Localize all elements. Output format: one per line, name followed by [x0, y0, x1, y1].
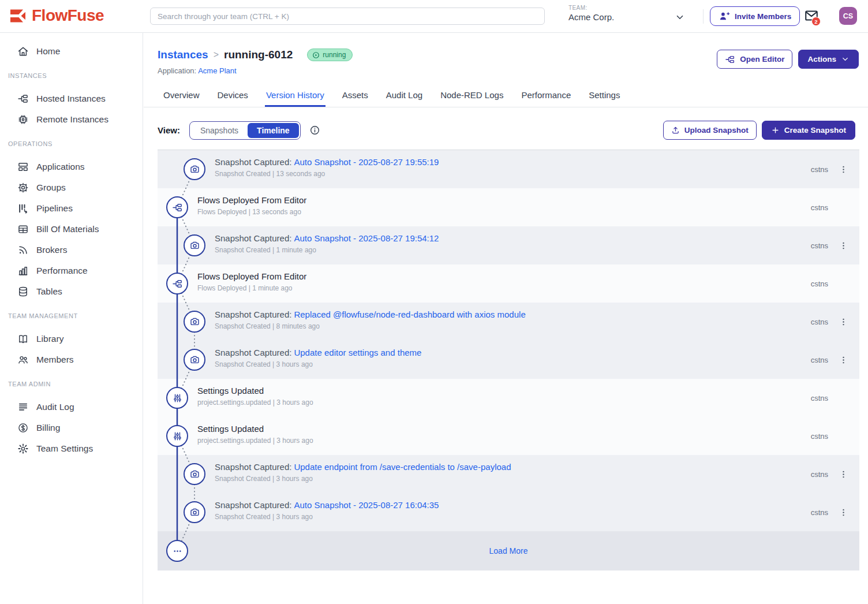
sidebar-item-label: Team Settings	[36, 443, 93, 454]
flowfuse-logo[interactable]: FlowFuse	[9, 6, 104, 25]
timeline-list: Snapshot Captured:Auto Snapshot - 2025-0…	[158, 150, 859, 571]
tab-audit-log[interactable]: Audit Log	[385, 85, 424, 107]
brokers-icon	[17, 244, 29, 256]
camera-icon	[184, 158, 205, 180]
event-title: Settings Updated	[197, 424, 859, 434]
sidebar-item-remote-instances[interactable]: Remote Instances	[0, 109, 143, 130]
load-more-row: Load More	[158, 531, 859, 571]
event-meta: Snapshot Created | 3 hours ago	[215, 475, 859, 483]
snapshot-link[interactable]: Auto Snapshot - 2025-08-27 16:04:35	[294, 500, 439, 510]
sidebar-item-billing[interactable]: Billing	[0, 417, 143, 438]
sidebar-item-audit-log[interactable]: Audit Log	[0, 397, 143, 417]
snapshot-link[interactable]: Auto Snapshot - 2025-08-27 19:55:19	[294, 157, 439, 167]
tab-assets[interactable]: Assets	[341, 85, 369, 107]
event-meta: project.settings.updated | 3 hours ago	[197, 398, 859, 407]
sidebar-item-applications[interactable]: Applications	[0, 156, 143, 177]
timeline-event-row: Flows Deployed From EditorFlows Deployed…	[158, 264, 859, 303]
apps-icon	[17, 161, 29, 173]
application-link[interactable]: Acme Plant	[198, 66, 236, 75]
timeline-event-row: Snapshot Captured:Auto Snapshot - 2025-0…	[158, 150, 859, 188]
camera-icon	[184, 501, 205, 523]
chevron-down-icon	[675, 12, 685, 23]
snapshot-link[interactable]: Replaced @flowfuse/node-red-dashboard wi…	[294, 310, 525, 319]
upload-snapshot-label: Upload Snapshot	[684, 126, 749, 135]
view-label: View:	[158, 125, 180, 135]
sidebar-item-members[interactable]: Members	[0, 349, 143, 370]
create-snapshot-button[interactable]: Create Snapshot	[762, 121, 855, 140]
view-toggle-timeline[interactable]: Timeline	[248, 123, 299, 138]
library-icon	[17, 333, 29, 345]
ellipsis-icon	[166, 540, 188, 562]
tab-performance[interactable]: Performance	[520, 85, 572, 107]
breadcrumb-instances-link[interactable]: Instances	[158, 49, 208, 61]
event-title: Settings Updated	[197, 386, 859, 396]
kebab-menu-icon[interactable]	[836, 505, 850, 519]
avatar[interactable]: CS	[839, 7, 857, 25]
sidebar-item-performance[interactable]: Performance	[0, 260, 143, 281]
kebab-menu-icon[interactable]	[836, 238, 850, 252]
event-meta: Flows Deployed | 1 minute ago	[197, 284, 859, 292]
create-snapshot-label: Create Snapshot	[784, 126, 846, 135]
view-toggle-snapshots[interactable]: Snapshots	[191, 123, 248, 138]
snapshot-link[interactable]: Update endpoint from /save-credentials t…	[294, 462, 511, 472]
tab-node-red-logs[interactable]: Node-RED Logs	[439, 85, 504, 107]
event-title: Flows Deployed From Editor	[197, 195, 859, 205]
actions-label: Actions	[807, 55, 836, 64]
team-selector[interactable]: TEAM: Acme Corp.	[568, 5, 691, 29]
tab-devices[interactable]: Devices	[216, 85, 249, 107]
status-label: running	[323, 51, 346, 59]
event-user: cstns	[811, 165, 828, 174]
upload-snapshot-button[interactable]: Upload Snapshot	[663, 121, 757, 140]
sidebar-item-bill-of-materials[interactable]: Bill Of Materials	[0, 219, 143, 240]
flows-icon	[725, 54, 735, 65]
sidebar-section-operations: OPERATIONS	[0, 140, 143, 147]
members-icon	[17, 354, 29, 366]
event-user: cstns	[811, 241, 828, 250]
search-input[interactable]	[150, 8, 545, 25]
application-label: Application:	[158, 66, 196, 75]
sidebar-item-pipelines[interactable]: Pipelines	[0, 198, 143, 219]
play-circle-icon	[312, 51, 320, 59]
flows-icon	[17, 93, 29, 105]
application-line: Application: Acme Plant	[158, 66, 353, 75]
sidebar: HomeINSTANCESHosted InstancesRemote Inst…	[0, 33, 143, 604]
notifications-button[interactable]: 2	[804, 8, 821, 25]
sidebar-item-label: Remote Instances	[36, 114, 108, 125]
tab-overview[interactable]: Overview	[162, 85, 201, 107]
sidebar-item-label: Tables	[36, 286, 62, 297]
snapshot-link[interactable]: Auto Snapshot - 2025-08-27 19:54:12	[294, 233, 439, 243]
sidebar-item-label: Audit Log	[36, 402, 74, 412]
invite-members-button[interactable]: Invite Members	[710, 6, 800, 26]
event-title-prefix: Snapshot Captured:	[215, 348, 291, 357]
event-title-prefix: Snapshot Captured:	[215, 310, 291, 319]
sidebar-item-library[interactable]: Library	[0, 329, 143, 349]
top-bar: FlowFuse TEAM: Acme Corp. Invite Members…	[0, 0, 868, 33]
actions-button[interactable]: Actions	[798, 50, 859, 69]
load-more-link[interactable]: Load More	[489, 546, 528, 555]
sidebar-item-hosted-instances[interactable]: Hosted Instances	[0, 88, 143, 109]
open-editor-button[interactable]: Open Editor	[717, 50, 792, 69]
kebab-menu-icon[interactable]	[836, 162, 850, 176]
sidebar-item-label: Members	[36, 355, 74, 365]
home-icon	[17, 46, 29, 57]
sidebar-item-team-settings[interactable]: Team Settings	[0, 438, 143, 459]
tab-version-history[interactable]: Version History	[265, 85, 326, 107]
sidebar-item-label: Library	[36, 334, 63, 344]
sidebar-item-brokers[interactable]: Brokers	[0, 240, 143, 260]
event-user: cstns	[811, 394, 828, 402]
info-icon[interactable]	[309, 125, 320, 136]
tables-icon	[17, 286, 29, 297]
kebab-menu-icon[interactable]	[836, 315, 850, 329]
tab-settings[interactable]: Settings	[588, 85, 621, 107]
sidebar-item-tables[interactable]: Tables	[0, 281, 143, 302]
sidebar-item-home[interactable]: Home	[0, 41, 143, 62]
snapshot-link[interactable]: Update editor settings and theme	[294, 348, 421, 357]
timeline-event-row: Flows Deployed From EditorFlows Deployed…	[158, 188, 859, 226]
sidebar-item-groups[interactable]: Groups	[0, 177, 143, 198]
kebab-menu-icon[interactable]	[836, 467, 850, 481]
event-user: cstns	[811, 432, 828, 441]
kebab-menu-icon[interactable]	[836, 353, 850, 367]
sidebar-item-label: Billing	[36, 423, 60, 433]
sidebar-item-label: Home	[36, 46, 60, 57]
event-title: Flows Deployed From Editor	[197, 271, 859, 281]
